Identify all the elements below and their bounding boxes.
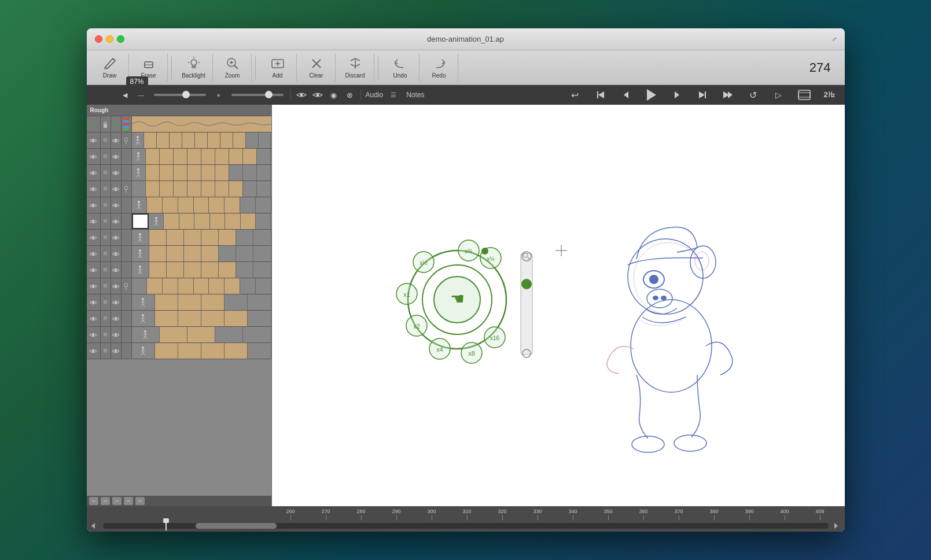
r4-chain[interactable]: ⛓ <box>101 165 111 180</box>
selected-cell[interactable] <box>132 213 149 229</box>
cell-beige3[interactable] <box>170 132 182 148</box>
track-arrow-icon[interactable]: ◀ <box>119 89 131 101</box>
tl-ctrl-4[interactable] <box>124 497 133 505</box>
ruler-310: 310 <box>450 506 485 520</box>
cell-empty2[interactable] <box>259 132 271 148</box>
svg-line-94 <box>140 271 142 274</box>
scrollbar-thumb[interactable] <box>196 523 277 529</box>
add-button[interactable]: Add <box>263 54 293 82</box>
brush-size-thumb[interactable] <box>182 91 190 98</box>
eye-2-icon[interactable] <box>312 89 323 101</box>
repeat-button[interactable]: ↺ <box>743 84 764 105</box>
scrollbar-track[interactable] <box>103 523 829 529</box>
hide-icon[interactable]: ⊗ <box>344 89 356 101</box>
backlight-button[interactable]: Backlight <box>179 54 209 82</box>
drawing-canvas[interactable]: ☚ x¼ x¾ x½ x1 x2 x4 <box>272 105 845 506</box>
r6-eye2[interactable] <box>111 197 122 213</box>
cell-beige[interactable] <box>144 132 157 148</box>
window-title: demo-animation_01.ap <box>427 35 504 43</box>
rs-chain[interactable]: ⛓ <box>101 213 111 229</box>
eye-icon[interactable] <box>296 89 307 101</box>
cell[interactable] <box>132 132 145 148</box>
next-frame-button[interactable] <box>667 84 687 105</box>
r6-chain[interactable]: ⛓ <box>101 197 111 213</box>
something-button[interactable]: ▷ <box>768 84 789 105</box>
track-lock-1[interactable] <box>101 116 111 132</box>
undo-button[interactable]: Undo <box>385 54 415 82</box>
svg-text:x8: x8 <box>468 350 475 357</box>
svg-marker-24 <box>647 89 656 101</box>
film-button[interactable] <box>794 84 815 105</box>
clear-button[interactable]: Clear <box>301 54 332 82</box>
loop-button[interactable]: ↩ <box>565 84 586 105</box>
tl-ctrl-1[interactable] <box>89 497 98 505</box>
ruler-340: 340 <box>555 506 591 520</box>
r5-key[interactable] <box>122 181 132 197</box>
row-icon-eye[interactable] <box>87 132 101 148</box>
svg-point-106 <box>92 318 94 320</box>
rs-eye2[interactable] <box>111 213 122 229</box>
tl-ctrl-2[interactable] <box>101 497 110 505</box>
track-extra-1[interactable] <box>111 116 122 132</box>
notes-toggle[interactable]: ☰ <box>388 89 399 101</box>
svg-line-79 <box>138 239 140 242</box>
svg-line-93 <box>138 271 140 274</box>
prev-frame-button[interactable] <box>616 84 636 105</box>
cell-beige8[interactable] <box>233 132 246 148</box>
minimize-button[interactable] <box>106 35 113 43</box>
r3-eye[interactable] <box>87 149 101 164</box>
cell-beige6[interactable] <box>208 132 220 148</box>
next-end-button[interactable] <box>692 84 713 105</box>
svg-text:x16: x16 <box>490 335 499 341</box>
maximize-button[interactable] <box>117 35 124 43</box>
draw-button[interactable]: Draw <box>95 54 125 82</box>
cell-beige7[interactable] <box>220 132 233 148</box>
cell-beige2[interactable] <box>157 132 170 148</box>
svg-point-74 <box>92 237 94 239</box>
prev-start-button[interactable] <box>590 84 611 105</box>
r5-eye[interactable] <box>87 181 101 197</box>
rs-eye[interactable] <box>87 213 101 229</box>
svg-point-170 <box>632 436 664 452</box>
skip-end-button[interactable] <box>717 84 738 105</box>
tl-ctrl-5[interactable] <box>135 497 145 505</box>
r4-eye2[interactable] <box>111 165 122 180</box>
svg-point-166 <box>649 275 658 284</box>
row-key-icon[interactable] <box>122 132 132 148</box>
r3-chain[interactable]: ⛓ <box>101 149 111 164</box>
frame-counter: 274 <box>809 60 840 75</box>
notes-label: Notes <box>406 91 424 99</box>
r5-chain[interactable]: ⛓ <box>101 181 111 197</box>
close-button[interactable] <box>95 35 102 43</box>
opacity-thumb[interactable] <box>265 91 273 98</box>
track-row-13: ⛓ <box>87 311 271 327</box>
row-icon-chain[interactable]: ⛓ <box>101 132 111 148</box>
svg-point-62 <box>138 201 140 203</box>
ruler-330: 330 <box>520 506 555 520</box>
double-eye-icon[interactable]: ◉ <box>328 89 340 101</box>
redo-icon <box>432 56 447 71</box>
undo-label: Undo <box>393 72 407 79</box>
row-icon-eye2[interactable] <box>111 132 122 148</box>
fullscreen-icon[interactable]: ⤢ <box>830 35 839 44</box>
scroll-right-btn[interactable] <box>831 521 842 530</box>
r4-eye[interactable] <box>87 165 101 180</box>
redo-button[interactable]: Redo <box>424 54 454 82</box>
zoom-button[interactable]: Zoom <box>218 54 248 82</box>
r3-eye2[interactable] <box>111 149 122 164</box>
cell-beige4[interactable] <box>182 132 195 148</box>
r5-eye2[interactable] <box>111 181 122 197</box>
svg-point-44 <box>137 152 139 154</box>
discard-button[interactable]: Discard <box>340 54 370 82</box>
svg-point-167 <box>647 289 672 308</box>
tl-ctrl-3[interactable] <box>112 497 122 505</box>
scroll-left-btn[interactable] <box>89 521 101 530</box>
cell-beige5[interactable] <box>195 132 208 148</box>
svg-marker-29 <box>728 91 733 98</box>
cell-empty[interactable] <box>246 132 259 148</box>
svg-point-20 <box>316 94 319 97</box>
svg-line-10 <box>234 65 238 69</box>
track-vis-1[interactable] <box>87 116 101 132</box>
play-pause-button[interactable] <box>641 84 662 105</box>
r6-eye[interactable] <box>87 197 101 213</box>
